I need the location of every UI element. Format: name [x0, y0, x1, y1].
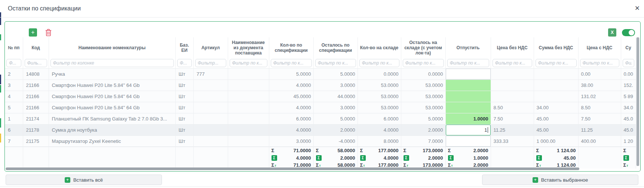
col-article[interactable]: Артикул [193, 37, 228, 58]
cell-rem-stock: 53.0000 [401, 102, 445, 113]
cell-code: 14808 [23, 68, 49, 79]
delete-row-button[interactable] [45, 29, 52, 37]
grid-panel: + X № пп Код Наименовани [4, 21, 641, 172]
cell-price-net [491, 68, 534, 79]
cell-code: 21166 [23, 79, 49, 91]
col-code[interactable]: Код [23, 37, 49, 58]
cell-price-gross: 8.50 [578, 102, 621, 113]
toggle-switch[interactable] [622, 29, 635, 36]
sigma-selected-icon: Σ [448, 155, 454, 161]
release-cell[interactable] [446, 102, 491, 113]
cell-name: Маршрутизатор Zyxel Keenetic [49, 135, 175, 147]
cell-rem-stock: 53.0000 [401, 91, 445, 102]
sigma-total-icon: Σт [404, 163, 408, 167]
cell-rem-stock: 53.0000 [401, 79, 445, 91]
col-qty-stock[interactable]: Кол-во на складе [358, 37, 401, 58]
table-row[interactable]: 4 21166 Смартфон Huawei P20 Lite 5.84'' … [5, 91, 636, 102]
toggle-knob [629, 30, 634, 35]
table-row[interactable]: 7 21175 Маршрутизатор Zyxel Keenetic Шт … [5, 135, 636, 147]
filter-input[interactable] [271, 59, 312, 67]
cell-rem-stock: 7.0000 [401, 135, 445, 147]
cell-price-gross: 11.25 [578, 124, 621, 135]
cell-sum-gross: 1 20 [621, 135, 636, 147]
release-cell[interactable] [446, 69, 491, 79]
sigma-sum-icon: Σ [623, 148, 626, 153]
release-cell-editing[interactable]: 1 [446, 125, 491, 135]
filter-input[interactable] [25, 59, 47, 67]
cell-docname [228, 79, 269, 91]
cell-qty-spec: 4.0000 [269, 79, 313, 91]
sigma-sum-icon: Σ [316, 148, 319, 153]
table-row[interactable]: 2 14808 Ручка Шт 777 5.0000 5.0000 0.000… [5, 68, 636, 79]
cell-sum-gross: 45.0 [621, 113, 636, 124]
sigma-sum-icon: Σ [536, 148, 539, 153]
cell-unit: Шт [175, 135, 193, 147]
sigma-total-icon: Σт [536, 163, 541, 167]
sigma-total-icon: Σт [360, 163, 365, 167]
release-cell[interactable] [446, 80, 491, 91]
col-unit[interactable]: Баз. ЕИ [175, 37, 193, 58]
excel-export-button[interactable]: X [608, 28, 616, 37]
insert-all-label: Вставить всё [73, 177, 103, 183]
cell-sum-net: 45.00 [534, 124, 578, 135]
spec-table: № пп Код Наименование номенклатуры Баз. … [5, 37, 636, 169]
filter-input[interactable] [6, 59, 21, 67]
plus-icon: + [31, 29, 34, 36]
cell-qty-spec: 45.0000 [269, 91, 313, 102]
cell-rem-spec: 3.0000 [313, 102, 358, 113]
filter-input[interactable] [315, 59, 356, 67]
insert-selected-button[interactable]: + Вставить выбранное [482, 175, 638, 185]
add-row-button[interactable]: + [29, 28, 37, 37]
release-cell[interactable]: 1.0000 [446, 113, 491, 124]
filter-input[interactable] [447, 59, 489, 67]
filter-input[interactable] [403, 59, 444, 67]
insert-all-button[interactable]: + Вставить всё [6, 175, 162, 185]
col-qty-spec[interactable]: Кол-во по спецификации [269, 37, 313, 58]
col-sum-net[interactable]: Сумма без НДС [534, 37, 578, 58]
sigma-selected-icon: Σ [536, 155, 542, 161]
cell-sum-net [534, 91, 578, 102]
release-cell[interactable] [446, 91, 491, 102]
filter-input[interactable] [230, 59, 267, 67]
col-price-net[interactable]: Цена без НДС [491, 37, 534, 58]
col-sum-gross[interactable]: Су [621, 37, 636, 58]
vertical-scrollbar-thumb[interactable] [637, 37, 639, 166]
filter-input[interactable] [177, 59, 192, 67]
cell-code: 21175 [23, 135, 49, 147]
cell-price-gross: 0.00 [578, 68, 621, 79]
release-cell[interactable] [446, 136, 491, 147]
close-icon[interactable]: × [633, 4, 642, 13]
col-rem-stock[interactable]: Осталось на складе (с учетом лок-та) [401, 37, 445, 58]
horizontal-scrollbar-thumb[interactable] [6, 167, 579, 170]
cell-price-net: 11.25 [491, 124, 534, 135]
col-price-gross[interactable]: Цена с НДС [578, 37, 621, 58]
background-artifact [0, 118, 1, 128]
insert-selected-label: Вставить выбранное [541, 177, 588, 183]
col-release[interactable]: Отпустить [445, 37, 491, 58]
cell-qty-stock: 53.0000 [358, 91, 401, 102]
filter-input[interactable] [580, 59, 619, 67]
cell-sum-gross: 45.0 [621, 124, 636, 135]
table-row-active[interactable]: 6 21178 Сумка для ноутбука Шт 4.0000 2.0… [5, 124, 636, 135]
sigma-selected-icon: Σ [404, 155, 409, 161]
filter-input[interactable] [493, 59, 532, 67]
cell-num: 2 [5, 68, 23, 79]
sigma-selected-icon: Σ [623, 155, 629, 161]
filter-input[interactable] [50, 59, 174, 67]
col-rem-spec[interactable]: Осталось по спецификации [313, 37, 358, 58]
cell-article [193, 124, 228, 135]
filter-input[interactable] [536, 59, 577, 67]
plus-icon: + [65, 177, 70, 183]
filter-input[interactable] [359, 59, 399, 67]
col-name[interactable]: Наименование номенклатуры [49, 37, 175, 58]
col-docname[interactable]: Наименование из документа поставщика [228, 37, 269, 58]
col-num[interactable]: № пп [5, 37, 23, 58]
filter-input[interactable] [623, 59, 634, 67]
cell-code: 21166 [23, 91, 49, 102]
background-artifact [0, 34, 1, 40]
table-row[interactable]: 3 21166 Смартфон Huawei P20 Lite 5.84'' … [5, 79, 636, 91]
cell-qty-spec: 3.0000 [269, 135, 313, 147]
table-row[interactable]: 5 21166 Смартфон Huawei P20 Lite 5.84'' … [5, 102, 636, 113]
table-row[interactable]: 1 21174 Планшетный ПК Samsung Galaxy Tab… [5, 113, 636, 124]
filter-input[interactable] [195, 59, 226, 67]
